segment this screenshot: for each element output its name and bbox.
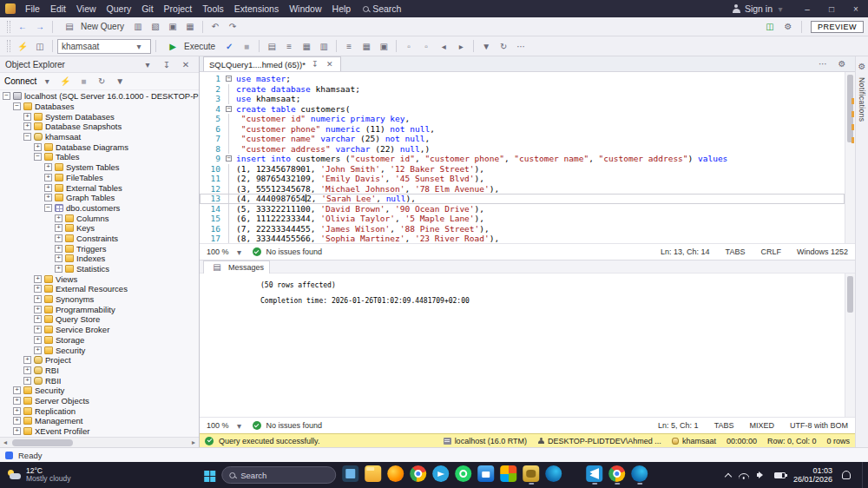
expand-icon[interactable]: + [23,366,31,374]
tree-item-constraints[interactable]: +Constraints [0,234,199,244]
menu-git[interactable]: Git [136,3,158,14]
zoom-control[interactable]: 100 % [207,245,247,260]
line-ending[interactable]: CRLF [760,247,781,256]
tree-item-rbii[interactable]: +RBII [0,375,199,386]
code-line-17[interactable]: 17(8, 33344455566, 'Sophia Martinez', '2… [200,234,845,243]
code-line-15[interactable]: 15(6, 11122233344, 'Olivia Taylor', '5 M… [200,214,845,224]
expand-icon[interactable]: + [34,315,42,323]
taskbar-search[interactable]: Search [221,466,336,484]
menu-file[interactable]: File [20,3,45,14]
tree-item-project[interactable]: +Project [0,355,199,366]
execute-button[interactable]: Execute [161,38,220,54]
more-actions-icon[interactable] [815,56,831,71]
tree-item-rbi[interactable]: +RBI [0,366,199,376]
issues-label[interactable]: No issues found [266,421,323,430]
connect-azure-icon[interactable] [762,19,778,34]
notifications-tab[interactable]: Notifications [858,77,866,122]
tree-item-service-broker[interactable]: +Service Broker [0,325,199,335]
minimize-button[interactable] [795,0,819,17]
menu-extensions[interactable]: Extensions [229,3,284,14]
expand-icon[interactable]: + [44,184,52,192]
new-document-icon[interactable] [130,19,146,34]
settings-gear-icon[interactable] [780,19,796,34]
messages-vscrollbar[interactable] [845,274,855,417]
tree-item-external-resources[interactable]: +External Resources [0,284,199,294]
connect-dropdown[interactable]: Connect [4,76,36,86]
tree-item-statistics[interactable]: +Statistics [0,264,199,274]
tree-item-programmability[interactable]: +Programmability [0,304,199,314]
tree-item-keys[interactable]: +Keys [0,223,199,234]
edge-2-taskbar-icon[interactable] [631,465,648,485]
pin-icon[interactable] [159,57,174,72]
expand-icon[interactable]: + [34,143,42,151]
telegram-taskbar-icon[interactable] [432,465,449,485]
fold-collapse-icon[interactable]: − [224,154,233,164]
expand-icon[interactable]: + [23,122,31,130]
save-all-icon[interactable] [182,19,198,34]
code-line-12[interactable]: 12(3, 55512345678, 'Michael Johnson', '7… [200,184,845,195]
code-line-8[interactable]: 8 "customer address" varchar (22) null,) [200,144,845,155]
expand-icon[interactable]: + [55,254,62,262]
tree-item-security[interactable]: +Security [0,386,199,396]
tree-item-security[interactable]: +Security [0,345,199,355]
tree-item-indexes[interactable]: +Indexes [0,254,199,264]
scroll-right-icon[interactable] [188,439,199,446]
weather-widget[interactable]: 12°C Mostly cloudy [7,462,71,488]
scroll-thumb[interactable] [12,439,73,446]
tab-pin-icon[interactable] [310,59,320,69]
expand-icon[interactable]: + [34,346,42,354]
notifications-gear-icon[interactable] [854,59,868,74]
tree-item-xevent-profiler[interactable]: +XEvent Profiler [0,426,199,437]
line-ending[interactable]: MIXED [749,421,774,430]
tab-close-icon[interactable] [325,59,335,69]
refresh-icon[interactable] [496,39,511,54]
menu-search[interactable]: Search [356,3,408,14]
code-line-16[interactable]: 16(7, 22233344455, 'James Wilson', '88 P… [200,224,845,234]
zoom-control[interactable]: 100 % [207,419,247,433]
expand-icon[interactable]: + [34,326,42,333]
indent-mode[interactable]: TABS [714,421,734,430]
tree-item-databases[interactable]: −Databases [0,102,199,112]
menu-project[interactable]: Project [159,3,198,14]
tree-item-query-store[interactable]: +Query Store [0,314,199,325]
expand-icon[interactable]: + [23,356,31,364]
cursor-position[interactable]: Ln: 5, Ch: 1 [658,421,699,430]
expand-icon[interactable]: + [55,214,62,222]
expand-icon[interactable]: + [44,194,52,201]
editor-vscrollbar[interactable] [845,72,855,243]
new-query-button[interactable]: New Query [57,19,128,35]
code-line-10[interactable]: 10(1, 12345678901, 'John Smith', '12 Bak… [200,164,845,175]
object-explorer-hscrollbar[interactable] [0,437,199,447]
tree-item-tables[interactable]: −Tables [0,152,199,162]
tree-item-storage[interactable]: +Storage [0,335,199,346]
query-options-icon[interactable] [264,39,279,54]
decrease-indent-icon[interactable] [436,39,451,54]
code-line-2[interactable]: 2create database khamsaat; [200,84,845,95]
database-combobox[interactable]: khamsaat [57,39,151,54]
firefox-taskbar-icon[interactable] [387,465,404,485]
code-line-13[interactable]: 13(4, 44409876542, 'Sarah Lee', null), [200,194,845,204]
expand-icon[interactable]: + [34,295,42,303]
intellisense-icon[interactable] [281,39,297,54]
results-to-file-icon[interactable] [376,39,391,54]
show-desktop-button[interactable] [862,462,865,488]
expand-icon[interactable]: + [13,417,21,425]
refresh-icon[interactable] [94,74,109,89]
sign-in-button[interactable]: Sign in [725,0,795,17]
notification-bell-icon[interactable] [842,471,851,479]
filter-icon[interactable] [112,74,128,89]
menu-view[interactable]: View [71,3,102,14]
expand-icon[interactable]: + [55,245,62,253]
wifi-icon[interactable] [739,472,749,479]
menu-tools[interactable]: Tools [197,3,229,14]
start-button[interactable] [202,469,215,482]
collapse-icon[interactable]: − [3,92,10,100]
expand-icon[interactable]: + [13,407,21,415]
collapse-icon[interactable]: − [44,204,52,212]
parse-check-icon[interactable] [221,39,237,54]
toolbar-overflow-icon[interactable] [513,39,529,54]
save-icon[interactable] [165,19,181,34]
change-connection-icon[interactable] [15,39,30,54]
redo-icon[interactable] [225,19,240,34]
expand-icon[interactable]: + [13,427,21,435]
